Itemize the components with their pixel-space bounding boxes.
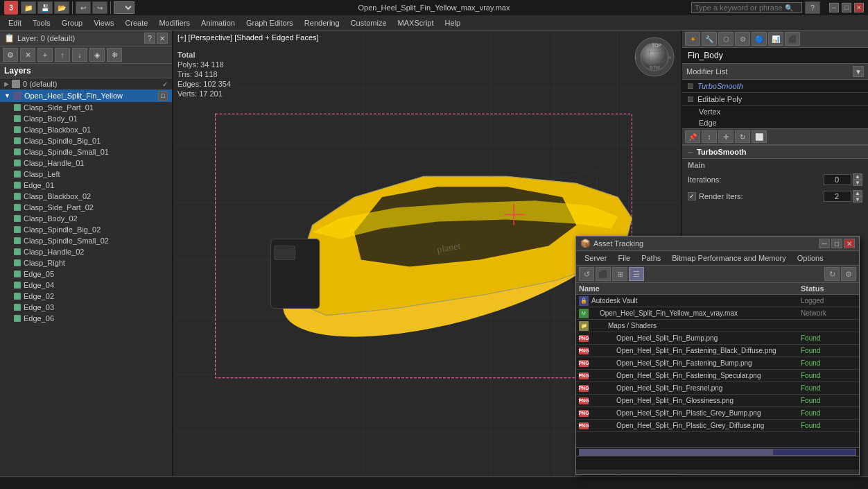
view-sphere[interactable]: TOP BTM L R: [634, 36, 675, 78]
asset-tb-2[interactable]: ⬛: [596, 267, 611, 281]
menu-create[interactable]: Create: [119, 17, 153, 28]
ts-render-iters-checkbox[interactable]: [688, 192, 696, 200]
asset-row-png-1[interactable]: PNG Open_Heel_Split_Fin_Bump.png Found: [576, 332, 859, 345]
layer-item-edge-06[interactable]: Edge_06: [0, 313, 172, 324]
asset-max-btn[interactable]: □: [831, 239, 842, 248]
menu-group[interactable]: Group: [56, 17, 89, 28]
menu-customize[interactable]: Customize: [345, 17, 392, 28]
layer-item-clasp-body-2[interactable]: Clasp_Body_02: [0, 213, 172, 224]
layer-item-default[interactable]: ▶ 0 (default) ✓: [0, 78, 172, 89]
ts-render-spin-down[interactable]: ▼: [853, 196, 862, 203]
asset-row-png-8[interactable]: PNG Open_Heel_Split_Fin_Plastic_Grey_Dif…: [576, 420, 859, 432]
vertex-subobj[interactable]: Vertex: [682, 106, 868, 117]
layer-tool-delete[interactable]: ✕: [20, 48, 35, 62]
asset-row-png-2[interactable]: PNG Open_Heel_Split_Fin_Fastening_Black_…: [576, 345, 859, 357]
asset-tb-settings[interactable]: ⚙: [841, 267, 856, 281]
rt-btn-2[interactable]: 🔧: [702, 32, 717, 46]
toolbar-btn-3[interactable]: 📂: [54, 1, 69, 14]
layer-item-clasp-right[interactable]: Clasp_Right: [0, 257, 172, 268]
rt-btn-4[interactable]: ⚙: [735, 32, 750, 46]
menu-views[interactable]: Views: [88, 17, 119, 28]
layer-item-clasp-side-1[interactable]: Clasp_Side_Part_01: [0, 102, 172, 113]
asset-row-png-5[interactable]: PNG Open_Heel_Split_Fin_Fresnel.png Foun…: [576, 382, 859, 395]
mod-btn-pin[interactable]: 📌: [685, 130, 700, 143]
asset-tb-4[interactable]: ☰: [629, 267, 644, 281]
workspace-selector[interactable]: Workspace: Default: [114, 1, 134, 14]
ts-iter-spin-down[interactable]: ▼: [853, 180, 862, 186]
mod-btn-select[interactable]: ↕: [702, 130, 717, 143]
layer-item-clasp-spindle-small-2[interactable]: Clasp_Spindle_Small_02: [0, 235, 172, 246]
asset-row-vault[interactable]: 🔒 Autodesk Vault Logged: [576, 295, 859, 307]
asset-row-png-3[interactable]: PNG Open_Heel_Split_Fin_Fastening_Bump.p…: [576, 357, 859, 370]
layer-item-clasp-spindle-big-2[interactable]: Clasp_Spindle_Big_02: [0, 224, 172, 235]
menu-graph-editors[interactable]: Graph Editors: [241, 17, 299, 28]
ts-iterations-input[interactable]: [824, 174, 851, 185]
rt-btn-5[interactable]: 🔵: [752, 32, 767, 46]
layer-del-icon[interactable]: □: [158, 91, 168, 101]
layer-tool-move[interactable]: ↑: [55, 48, 70, 62]
layer-close-btn[interactable]: ✕: [157, 33, 168, 44]
rt-btn-6[interactable]: 📊: [768, 32, 783, 46]
editable-poly-modifier[interactable]: ⬛ Editable Poly: [682, 93, 868, 106]
undo-btn[interactable]: ↩: [76, 1, 91, 14]
asset-menu-options[interactable]: Options: [792, 252, 829, 264]
rt-btn-3[interactable]: ⬡: [718, 32, 734, 46]
toolbar-btn-1[interactable]: 📁: [21, 1, 36, 14]
rt-btn-1[interactable]: ☀: [685, 32, 700, 46]
layer-tool-select[interactable]: ◈: [89, 48, 105, 62]
close-btn[interactable]: ✕: [854, 3, 864, 12]
asset-row-png-6[interactable]: PNG Open_Heel_Split_Fin_Glossiness.png F…: [576, 395, 859, 407]
layer-item-clasp-spindle-small-1[interactable]: Clasp_Spindle_Small_01: [0, 146, 172, 157]
asset-tb-refresh[interactable]: ↻: [824, 267, 840, 281]
help-icon[interactable]: ?: [805, 1, 820, 14]
layer-item-clasp-handle-2[interactable]: Clasp_Handle_02: [0, 246, 172, 257]
edge-subobj[interactable]: Edge: [682, 117, 868, 128]
menu-help[interactable]: Help: [440, 17, 467, 28]
layer-tool-settings[interactable]: ⚙: [3, 48, 18, 62]
asset-menu-server[interactable]: Server: [579, 252, 612, 264]
asset-row-maps[interactable]: 📁 Maps / Shaders: [576, 320, 859, 332]
turbosmooth-modifier[interactable]: ⬛ TurboSmooth: [682, 80, 868, 93]
layer-item-edge-02[interactable]: Edge_02: [0, 291, 172, 302]
asset-close-btn[interactable]: ✕: [844, 239, 855, 248]
rt-btn-7[interactable]: ⬛: [785, 32, 800, 46]
mod-btn-scale[interactable]: ⬜: [752, 130, 767, 143]
ts-render-spin-up[interactable]: ▲: [853, 190, 862, 196]
mod-btn-move[interactable]: ✛: [718, 130, 734, 143]
layer-item-edge-04[interactable]: Edge_04: [0, 280, 172, 291]
mod-btn-rotate[interactable]: ↻: [735, 130, 750, 143]
layer-item-clasp-left[interactable]: Clasp_Left: [0, 169, 172, 180]
minimize-btn[interactable]: ─: [829, 3, 839, 12]
layer-item-edge-01[interactable]: Edge_01: [0, 180, 172, 191]
ts-render-iters-input[interactable]: [824, 191, 851, 202]
asset-tb-1[interactable]: ↺: [579, 267, 594, 281]
menu-modifiers[interactable]: Modifiers: [153, 17, 196, 28]
modifier-list-dropdown-btn[interactable]: ▼: [853, 66, 864, 77]
redo-btn[interactable]: ↪: [92, 1, 107, 14]
layer-item-clasp-spindle-big-1[interactable]: Clasp_Spindle_Big_01: [0, 135, 172, 146]
asset-menu-paths[interactable]: Paths: [636, 252, 666, 264]
layer-item-clasp-body-1[interactable]: Clasp_Body_01: [0, 113, 172, 124]
asset-tb-3[interactable]: ⊞: [612, 267, 627, 281]
search-input[interactable]: [695, 3, 785, 12]
asset-row-png-7[interactable]: PNG Open_Heel_Split_Fin_Plastic_Grey_Bum…: [576, 407, 859, 420]
asset-input-bar[interactable]: [576, 456, 859, 470]
layer-item-clasp-blackbox-2[interactable]: Clasp_Blackbox_02: [0, 191, 172, 202]
layer-item-edge-03[interactable]: Edge_03: [0, 302, 172, 313]
ts-header[interactable]: ─ TurboSmooth: [682, 145, 868, 159]
asset-min-btn[interactable]: ─: [819, 239, 830, 248]
layer-question-btn[interactable]: ?: [144, 33, 155, 44]
maximize-btn[interactable]: □: [842, 3, 851, 12]
layer-item-clasp-side-2[interactable]: Clasp_Side_Part_02: [0, 202, 172, 213]
asset-menu-bitmap[interactable]: Bitmap Performance and Memory: [666, 252, 791, 264]
toolbar-btn-2[interactable]: 💾: [37, 1, 53, 14]
asset-menu-file[interactable]: File: [612, 252, 636, 264]
menu-rendering[interactable]: Rendering: [299, 17, 345, 28]
layer-item-edge-05[interactable]: Edge_05: [0, 268, 172, 280]
ts-iter-spin-up[interactable]: ▲: [853, 173, 862, 180]
layer-item-clasp-handle-1[interactable]: Clasp_Handle_01: [0, 157, 172, 169]
asset-row-png-4[interactable]: PNG Open_Heel_Split_Fin_Fastening_Specul…: [576, 370, 859, 382]
layer-tool-add[interactable]: +: [37, 48, 53, 62]
layer-item-open-heel[interactable]: ▼ Open_Heel_Split_Fin_Yellow □: [0, 89, 172, 102]
menu-edit[interactable]: Edit: [3, 17, 27, 28]
